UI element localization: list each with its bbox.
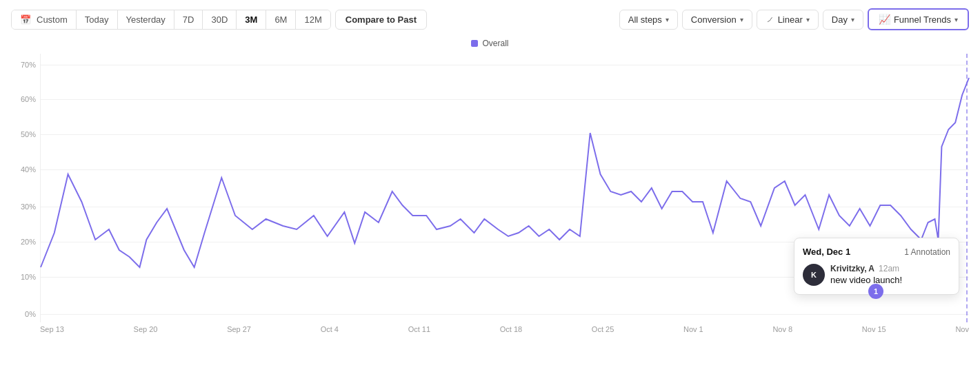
x-axis: Sep 13 Sep 20 Sep 27 Oct 4 Oct 11 Oct 18…	[40, 325, 969, 333]
x-label-nov8: Nov 8	[772, 325, 792, 333]
chart-plot: Wed, Dec 1 1 Annotation K Krivitzky, A 1…	[40, 54, 969, 322]
x-label-nov1: Nov 1	[683, 325, 703, 333]
funnel-trends-label: Funnel Trends	[894, 14, 951, 25]
x-label-oct4: Oct 4	[321, 325, 339, 333]
7d-button[interactable]: 7D	[174, 10, 203, 29]
y-label-60: 60%	[21, 95, 36, 103]
funnel-trends-chevron-icon: ▾	[954, 16, 958, 23]
funnel-trends-icon: 📈	[879, 14, 890, 25]
funnel-trends-dropdown[interactable]: 📈 Funnel Trends ▾	[868, 8, 969, 30]
y-label-40: 40%	[21, 165, 36, 174]
today-button[interactable]: Today	[77, 10, 118, 29]
y-axis: 70% 60% 50% 40% 30% 20% 10% 0%	[11, 54, 40, 322]
linear-chevron-icon: ▾	[806, 16, 810, 23]
x-label-oct25: Oct 25	[592, 325, 614, 333]
main-container: 📅Custom Today Yesterday 7D 30D 3M 6M 12M…	[0, 0, 980, 374]
annotation-header: Wed, Dec 1 1 Annotation	[803, 247, 950, 257]
x-label-nov15: Nov 15	[862, 325, 886, 333]
toolbar: 📅Custom Today Yesterday 7D 30D 3M 6M 12M…	[11, 8, 969, 30]
linear-icon: ⟋	[766, 14, 774, 25]
chart-legend: Overall	[11, 39, 969, 48]
legend-label: Overall	[482, 39, 508, 48]
3m-button[interactable]: 3M	[237, 10, 266, 29]
30d-button[interactable]: 30D	[203, 10, 237, 29]
conversion-label: Conversion	[691, 14, 737, 25]
annotation-text: new video launch!	[830, 275, 950, 285]
linear-label: Linear	[778, 14, 803, 25]
x-label-nov22: Nov	[955, 325, 969, 333]
all-steps-chevron-icon: ▾	[666, 16, 669, 23]
x-label-oct18: Oct 18	[500, 325, 522, 333]
conversion-dropdown[interactable]: Conversion ▾	[682, 10, 752, 30]
date-range-group: 📅Custom Today Yesterday 7D 30D 3M 6M 12M	[11, 10, 331, 30]
conversion-chevron-icon: ▾	[740, 16, 743, 23]
x-label-oct11: Oct 11	[408, 325, 430, 333]
compare-to-past-button[interactable]: Compare to Past	[335, 10, 427, 30]
day-label: Day	[832, 14, 848, 25]
avatar-text: K	[811, 271, 817, 279]
annotation-badge-count: 1	[874, 287, 878, 295]
y-label-20: 20%	[21, 238, 36, 246]
annotation-body: Krivitzky, A 12am new video launch!	[830, 264, 950, 285]
y-label-70: 70%	[21, 61, 36, 69]
annotation-author-line: Krivitzky, A 12am	[830, 264, 950, 273]
6m-button[interactable]: 6M	[266, 10, 296, 29]
annotation-count: 1 Annotation	[904, 247, 950, 257]
all-steps-label: All steps	[628, 14, 662, 25]
linear-dropdown[interactable]: ⟋ Linear ▾	[757, 10, 819, 30]
y-label-30: 30%	[21, 202, 36, 211]
avatar: K	[803, 264, 825, 286]
12m-button[interactable]: 12M	[296, 10, 330, 29]
custom-button[interactable]: 📅Custom	[12, 10, 77, 29]
x-label-sep13: Sep 13	[40, 325, 64, 333]
yesterday-button[interactable]: Yesterday	[118, 10, 174, 29]
x-label-sep27: Sep 27	[227, 325, 251, 333]
calendar-icon: 📅	[20, 14, 31, 25]
annotation-date: Wed, Dec 1	[803, 247, 850, 257]
chart-area: Overall 70% 60% 50% 40% 30% 20% 10% 0%	[11, 39, 969, 342]
annotation-badge[interactable]: 1	[868, 284, 883, 299]
y-label-50: 50%	[21, 130, 36, 138]
all-steps-dropdown[interactable]: All steps ▾	[619, 10, 678, 30]
y-label-0: 0%	[25, 310, 36, 318]
day-chevron-icon: ▾	[851, 16, 854, 23]
y-label-10: 10%	[21, 273, 36, 281]
legend-dot	[471, 40, 478, 47]
annotation-author: Krivitzky, A	[830, 264, 874, 273]
day-dropdown[interactable]: Day ▾	[823, 10, 863, 30]
annotation-time: 12am	[879, 264, 899, 273]
x-label-sep20: Sep 20	[134, 325, 158, 333]
chart-inner: 70% 60% 50% 40% 30% 20% 10% 0%	[11, 54, 969, 322]
annotation-entry: K Krivitzky, A 12am new video launch!	[803, 264, 950, 286]
